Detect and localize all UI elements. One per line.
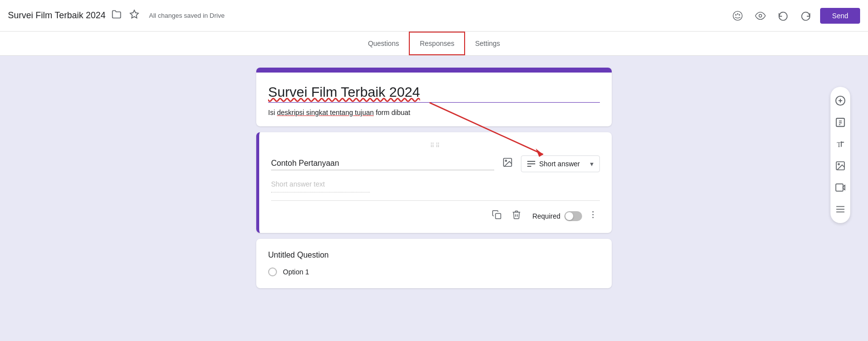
form-container: Survei Film Terbaik 2024 Isi deskripsi s… (256, 68, 612, 288)
tab-settings[interactable]: Settings (465, 32, 510, 55)
option-row: Option 1 (268, 267, 600, 276)
topbar-right: Send (729, 7, 860, 24)
app-title: Survei Film Terbaik 2024 (8, 10, 106, 21)
radio-circle (268, 267, 277, 276)
type-label: Short answer (539, 160, 580, 168)
right-sidebar: T (830, 87, 850, 223)
svg-rect-10 (496, 214, 501, 219)
question-type-dropdown[interactable]: Short answer ▾ (521, 155, 600, 172)
svg-point-9 (505, 160, 507, 161)
question-row: Short answer ▾ (271, 155, 600, 172)
undo-button[interactable] (775, 7, 791, 24)
topbar-left: Survei Film Terbaik 2024 All changes sav… (8, 7, 729, 24)
delete-button[interactable] (509, 207, 524, 225)
palette-button[interactable] (729, 7, 746, 24)
option-1-label: Option 1 (283, 268, 309, 276)
svg-point-25 (838, 163, 839, 165)
svg-point-4 (739, 14, 741, 15)
required-toggle[interactable] (564, 211, 582, 221)
question-divider (271, 200, 600, 201)
preview-button[interactable] (752, 7, 769, 24)
svg-text:T: T (837, 141, 841, 149)
main-content: Survei Film Terbaik 2024 Isi deskripsi s… (0, 56, 868, 300)
duplicate-button[interactable] (489, 207, 505, 225)
import-questions-button[interactable] (830, 113, 850, 132)
question-card-1-inner: ⠿⠿ (259, 132, 612, 233)
form-description: Isi deskripsi singkat tentang tujuan for… (268, 109, 600, 116)
untitled-question-title: Untitled Question (268, 251, 600, 260)
svg-point-5 (759, 14, 762, 17)
form-header-card: Survei Film Terbaik 2024 Isi deskripsi s… (256, 68, 612, 126)
more-options-button[interactable] (586, 208, 600, 224)
short-answer-icon (527, 161, 535, 167)
tab-responses[interactable]: Responses (409, 32, 465, 55)
star-icon[interactable] (127, 7, 141, 24)
add-image-button[interactable] (500, 155, 515, 172)
add-section-button[interactable] (830, 199, 850, 219)
svg-point-1 (733, 11, 742, 20)
question-card-2-inner: Untitled Question Option 1 (256, 239, 612, 288)
question-card-1: ⠿⠿ (256, 132, 612, 233)
tabs-bar: Questions Responses Settings (0, 32, 868, 56)
svg-rect-26 (836, 184, 843, 191)
topbar: Survei Film Terbaik 2024 All changes sav… (0, 0, 868, 32)
add-image-sidebar-button[interactable] (830, 156, 850, 176)
question-actions: Required (271, 207, 600, 225)
drag-handle[interactable]: ⠿⠿ (271, 142, 600, 149)
question-text-input[interactable] (271, 157, 494, 170)
question-card-2: Untitled Question Option 1 (256, 239, 612, 288)
svg-point-11 (592, 211, 594, 213)
add-question-button[interactable] (830, 91, 850, 111)
add-title-button[interactable]: T (830, 134, 850, 154)
send-button[interactable]: Send (820, 8, 860, 24)
required-label: Required (532, 212, 560, 220)
folder-icon[interactable] (110, 7, 123, 24)
svg-marker-0 (130, 10, 138, 18)
svg-marker-27 (843, 185, 845, 189)
tab-questions[interactable]: Questions (358, 32, 409, 55)
svg-point-3 (737, 13, 739, 14)
saved-text: All changes saved in Drive (149, 12, 225, 19)
form-title: Survei Film Terbaik 2024 (268, 84, 600, 103)
required-area: Required (532, 211, 582, 221)
dropdown-chevron-icon: ▾ (590, 160, 593, 168)
short-answer-placeholder: Short answer text (271, 180, 370, 192)
add-video-button[interactable] (830, 178, 850, 197)
svg-point-13 (592, 217, 594, 219)
svg-point-12 (592, 214, 594, 216)
redo-button[interactable] (797, 7, 814, 24)
svg-point-2 (735, 14, 737, 15)
